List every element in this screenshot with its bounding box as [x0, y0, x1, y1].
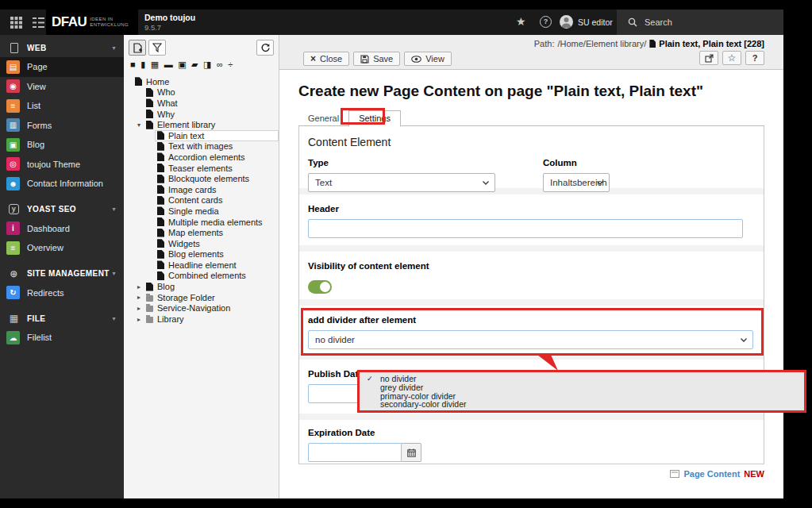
tree-node-storage-folder[interactable]: ▸Storage Folder [124, 292, 279, 303]
search-input[interactable]: Search [617, 10, 783, 35]
expand-icon[interactable]: ▸ [137, 283, 140, 291]
apps-grid-icon[interactable] [10, 16, 23, 29]
help-icon[interactable]: ? [540, 16, 552, 28]
tree-node-widgets[interactable]: Widgets [124, 238, 279, 249]
sidebar-section-site-management[interactable]: ⊕SITE MANAGEMENT▾ [0, 264, 124, 283]
document-icon [8, 43, 20, 53]
tree-node-combined-elements[interactable]: Combined elements [124, 271, 279, 282]
folder-icon [146, 306, 153, 312]
tree-node-service-navigation[interactable]: ▸Service-Navigation [124, 302, 279, 314]
folder-icon[interactable]: ▰ [191, 59, 198, 70]
sidebar-item-overview[interactable]: ≡Overview [0, 238, 124, 258]
link-icon[interactable]: ∞ [217, 59, 223, 70]
bookmark-button[interactable]: ☆ [722, 51, 741, 65]
backend-layout-icon[interactable]: ▦ [151, 59, 159, 70]
sidebar-item-blog[interactable]: ▣Blog [0, 135, 124, 155]
sidebar-item-list[interactable]: ≡List [0, 96, 124, 116]
tree-node-teaser-elements[interactable]: Teaser elements [124, 163, 279, 174]
sidebar-item-contact-information[interactable]: ☻Contact Information [0, 174, 124, 194]
tree-node-what[interactable]: What [124, 98, 279, 109]
doc-icon [157, 206, 164, 215]
expiration-date-input[interactable] [308, 443, 402, 462]
tree-node-home[interactable]: Home [124, 76, 279, 87]
page-icon[interactable]: ▮ [140, 59, 145, 70]
docheader-help-button[interactable]: ? [745, 51, 764, 65]
sidebar-item-page[interactable]: ▤Page [0, 57, 124, 77]
filter-button[interactable] [148, 40, 166, 56]
pagetree-toggle-icon[interactable] [32, 16, 45, 29]
new-page-type-row: ■▮▦▬▣▰◨∞÷ [130, 59, 233, 70]
sidebar-item-label: List [27, 101, 40, 110]
tab-settings[interactable]: Settings [348, 110, 401, 127]
column-select[interactable]: Inhaltsbereich [543, 173, 610, 192]
sidebar-item-redirects[interactable]: ↻Redirects [0, 283, 124, 303]
sidebar-item-label: Blog [27, 140, 44, 149]
sidebar-item-view[interactable]: ◉View [0, 77, 124, 97]
tree-node-blog[interactable]: ▸Blog [124, 281, 279, 292]
close-button[interactable]: × Close [303, 52, 349, 66]
tree-node-who[interactable]: Who [124, 87, 279, 98]
dropdown-option-secondary-color-divider[interactable]: secondary-color divider [360, 400, 804, 409]
view-button[interactable]: View [404, 52, 452, 66]
divider-icon[interactable]: ÷ [228, 59, 233, 70]
tree-node-map-elements[interactable]: Map elements [124, 227, 279, 238]
tree-node-label: Teaser elements [168, 164, 233, 173]
type-select[interactable]: Text [308, 173, 495, 192]
mountpoint-icon[interactable]: ▣ [178, 59, 186, 70]
expand-icon[interactable]: ▸ [137, 305, 140, 312]
username[interactable]: SU editor [578, 17, 613, 27]
dropdown-option-no-divider[interactable]: ✓no divider [360, 375, 804, 383]
dashboard-module-icon: i [6, 221, 20, 235]
doc-icon [157, 260, 164, 269]
tree-node-library[interactable]: ▸Library [124, 314, 279, 325]
avatar[interactable] [560, 15, 573, 29]
section-heading: Content Element [308, 136, 755, 148]
expand-icon[interactable]: ▸ [137, 316, 140, 323]
tree-node-plain-text[interactable]: Plain text [124, 130, 279, 141]
collapse-icon[interactable]: ▾ [137, 121, 140, 129]
open-in-new-window-button[interactable] [699, 51, 718, 65]
doc-icon [157, 131, 164, 140]
tree-node-headline-element[interactable]: Headline element [124, 260, 279, 271]
tree-node-label: Service-Navigation [157, 303, 230, 313]
contact-information-module-icon: ☻ [6, 177, 20, 190]
tree-node-label: Combined elements [168, 271, 246, 280]
tree-node-image-cards[interactable]: Image cards [124, 184, 279, 195]
sidebar-section-file[interactable]: ▦FILE▾ [0, 309, 124, 328]
tree-node-why[interactable]: Why [124, 109, 279, 120]
blog-module-icon: ▣ [6, 138, 20, 152]
save-button[interactable]: Save [353, 52, 400, 66]
chevron-down-icon: ▾ [113, 206, 116, 213]
header-input[interactable] [308, 219, 743, 238]
tree-node-accordion-elements[interactable]: Accordion elements [124, 152, 279, 163]
shortcut-icon[interactable]: ▬ [164, 59, 173, 70]
section-content-element: Content Element Type Text Column [299, 126, 764, 188]
sidebar-section-web[interactable]: WEB▾ [0, 38, 124, 57]
record-type-link[interactable]: Page Content [683, 469, 740, 479]
brand-logo[interactable]: DFAU IDEEN IN ENTWICKLUNG [46, 10, 138, 35]
tree-node-content-cards[interactable]: Content cards [124, 195, 279, 206]
divider-select[interactable]: no divider [308, 330, 753, 349]
sidebar-item-toujou-theme[interactable]: ◎toujou Theme [0, 155, 124, 175]
tree-node-multiple-media-elements[interactable]: Multiple media elements [124, 217, 279, 228]
expiration-date-calendar-button[interactable] [402, 443, 421, 462]
sidebar-item-filelist[interactable]: ☁Filelist [0, 328, 124, 348]
expand-icon[interactable]: ▸ [137, 294, 140, 301]
sidebar-section-yoast-seo[interactable]: yYOAST SEO▾ [0, 200, 124, 219]
tree-node-blog-elements[interactable]: Blog elements [124, 249, 279, 260]
sidebar-item-forms[interactable]: ▥Forms [0, 116, 124, 136]
refresh-button[interactable] [256, 40, 274, 56]
sidebar-item-dashboard[interactable]: iDashboard [0, 219, 124, 239]
bookmark-star-icon[interactable]: ★ [516, 15, 526, 29]
visibility-toggle[interactable] [308, 280, 332, 294]
brand-tagline: IDEEN IN ENTWICKLUNG [90, 17, 129, 28]
tree-node-blockquote-elements[interactable]: Blockquote elements [124, 173, 279, 184]
external-page-icon[interactable]: ◨ [203, 59, 211, 70]
doc-icon [157, 164, 164, 172]
tab-general[interactable]: General [298, 111, 348, 126]
tree-node-element-library[interactable]: ▾Element library [124, 119, 279, 130]
tree-node-text-with-images[interactable]: Text with images [124, 141, 279, 152]
page-standard-icon[interactable]: ■ [130, 59, 136, 70]
tree-node-single-media[interactable]: Single media [124, 206, 279, 217]
new-page-button[interactable] [129, 40, 146, 56]
